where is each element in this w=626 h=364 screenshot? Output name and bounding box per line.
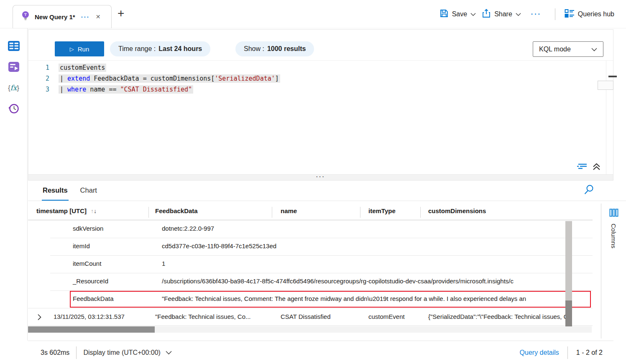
cell-feedbackdata: "Feedback: Technical issues, Co... [155,313,271,320]
detail-value: 1 [162,260,590,267]
tab-results[interactable]: Results [42,181,69,201]
vertical-scrollbar-thumb[interactable] [565,300,572,326]
columns-panel-label: Columns [610,224,617,248]
results-tabs: Results Chart [28,181,98,201]
search-results-icon[interactable] [584,184,594,196]
time-range-label: Time range : [118,45,156,53]
detail-rows: sdkVersiondotnetc:2.22.0-997itemIdcd5d37… [28,220,593,308]
detail-value: cd5d377e-c03e-11f0-89f4-7c1e525c13ed [162,242,590,249]
result-data-row[interactable]: 13/11/2025, 03:12:31.537 "Feedback: Tech… [28,308,593,326]
code-text: | where name == "CSAT Dissatisfied" [59,85,193,94]
detail-row[interactable]: itemCount1 [28,255,593,273]
column-divider[interactable] [420,207,421,218]
show-value: 1000 results [267,45,306,53]
column-header-feedbackdata[interactable]: FeedbackData [155,207,198,214]
queries-hub-icon [565,9,575,20]
tab-close-icon[interactable]: ✕ [94,13,102,21]
column-header-itemtype[interactable]: itemType [368,207,396,214]
cell-itemtype: customEvent [368,313,405,320]
columns-icon[interactable] [609,209,618,219]
results-table: timestamp [UTC]↑↓ FeedbackData name item… [28,204,593,333]
chevron-down-icon [166,349,172,356]
line-number: 3 [37,86,49,93]
detail-key: _ResourceId [73,277,108,285]
query-duration: 3s 602ms [41,349,69,356]
chevron-down-icon [591,46,597,53]
column-header-customdimensions[interactable]: customDimensions [428,207,486,214]
tab-bar: New Query 1* ··· ✕ + Save [0,0,626,28]
display-time-dropdown[interactable]: Display time (UTC+00:00) [83,349,172,356]
new-tab-button[interactable]: + [118,8,124,19]
query-details-link[interactable]: Query details [520,349,559,356]
column-header-timestamp[interactable]: timestamp [UTC]↑↓ [36,207,97,214]
save-button[interactable]: Save [439,9,476,20]
sort-icon[interactable]: ↑↓ [91,208,97,214]
code-line[interactable]: 3| where name == "CSAT Dissatisfied" [37,84,596,95]
more-actions-button[interactable]: ··· [527,10,546,18]
tabs-underline [28,201,626,201]
editor-gutter-line [606,61,606,174]
line-number: 2 [37,75,49,82]
detail-row[interactable]: sdkVersiondotnetc:2.22.0-997 [28,220,593,238]
row-expander-icon[interactable] [38,314,41,321]
column-divider[interactable] [360,207,360,218]
chevron-down-icon [516,10,521,18]
save-label: Save [452,10,467,18]
splitter-handle-dots: ··· [316,175,325,179]
table-header-row: timestamp [UTC]↑↓ FeedbackData name item… [28,204,593,220]
functions-icon[interactable]: {fx} [7,81,21,94]
tables-icon[interactable] [7,39,21,53]
horizontal-scrollbar[interactable] [28,326,592,333]
vertical-scrollbar-track-upper[interactable] [565,221,572,300]
tab-title: New Query 1* [35,13,75,20]
column-header-name[interactable]: name [281,207,297,214]
show-label: Show : [244,45,264,53]
run-button[interactable]: ▷ Run [55,41,104,56]
tab-chart[interactable]: Chart [79,181,98,201]
header-actions: Save Share ··· [439,0,614,28]
tab-more-button[interactable]: ··· [81,13,90,20]
kql-mode-dropdown[interactable]: KQL mode [533,41,603,57]
time-range-pill[interactable]: Time range : Last 24 hours [110,41,210,56]
share-icon [482,9,491,20]
query-history-icon[interactable] [7,102,21,115]
columns-side-panel[interactable]: Columns [601,204,626,339]
minimap-slider[interactable] [598,81,613,90]
detail-row[interactable]: itemIdcd5d377e-c03e-11f0-89f4-7c1e525c13… [28,238,593,255]
collapse-editor-icon[interactable] [593,163,600,171]
detail-row[interactable]: _ResourceId/subscriptions/636bf430-ba98-… [28,273,593,290]
code-lines[interactable]: 1customEvents2| extend FeedbackData = cu… [37,62,596,95]
app-window: New Query 1* ··· ✕ + Save [0,0,626,364]
minimap-marker [608,76,617,77]
example-queries-icon[interactable] [7,60,21,74]
chevron-down-icon [470,10,476,18]
show-results-pill[interactable]: Show : 1000 results [235,41,314,56]
lightbulb-icon [20,10,31,23]
run-label: Run [78,46,89,53]
queries-hub-label: Queries hub [578,10,614,18]
format-query-icon[interactable] [577,163,588,171]
play-icon: ▷ [70,46,74,52]
code-line[interactable]: 2| extend FeedbackData = customDimension… [37,73,596,84]
status-bar: 3s 602ms Display time (UTC+00:00) Query … [28,341,613,364]
toolbar-separator [28,60,613,61]
panel-splitter[interactable]: ··· [28,174,613,180]
horizontal-scrollbar-thumb[interactable] [28,326,155,333]
column-divider[interactable] [272,207,272,218]
column-divider[interactable] [148,207,149,218]
code-text: | extend FeedbackData = customDimensions… [59,74,280,83]
share-button[interactable]: Share [482,9,521,20]
divider [567,346,568,359]
detail-value: "Feedback: Technical issues, Comment: Th… [162,295,576,302]
editor-corner-icons [577,163,600,171]
cell-timestamp: 13/11/2025, 03:12:31.537 [54,313,125,320]
query-tab[interactable]: New Query 1* ··· ✕ [13,5,112,28]
vertical-scrollbar[interactable] [565,221,572,327]
line-number: 1 [37,64,49,71]
divider [555,8,555,20]
queries-hub-button[interactable]: Queries hub [565,9,614,20]
display-time-label: Display time (UTC+00:00) [83,349,161,356]
share-label: Share [494,10,512,18]
code-line[interactable]: 1customEvents [37,62,596,73]
detail-row[interactable]: FeedbackData"Feedback: Technical issues,… [28,290,593,308]
